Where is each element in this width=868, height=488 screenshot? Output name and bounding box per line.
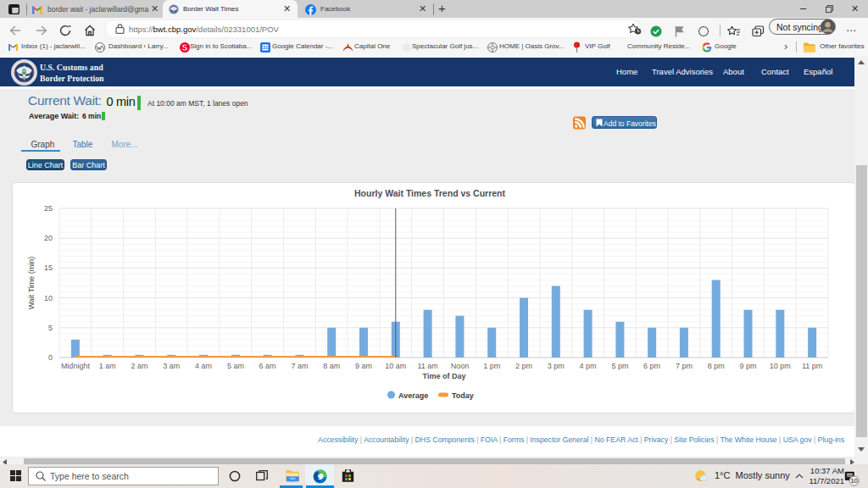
svg-text:10 am: 10 am bbox=[385, 362, 406, 370]
svg-text:Noon: Noon bbox=[451, 362, 470, 370]
svg-text:Time of Day: Time of Day bbox=[423, 372, 466, 380]
svg-text:11 pm: 11 pm bbox=[802, 362, 822, 370]
svg-text:9 am: 9 am bbox=[355, 362, 372, 370]
svg-text:Average: Average bbox=[398, 391, 428, 400]
svg-text:10: 10 bbox=[850, 477, 858, 485]
svg-text:3 am: 3 am bbox=[163, 362, 180, 370]
svg-text:5: 5 bbox=[48, 324, 53, 332]
svg-text:Hourly Wait Times Trend vs Cur: Hourly Wait Times Trend vs Current bbox=[354, 188, 505, 198]
svg-text:5 am: 5 am bbox=[227, 362, 244, 370]
svg-text:8 am: 8 am bbox=[323, 362, 340, 370]
svg-text:6 pm: 6 pm bbox=[643, 362, 660, 370]
svg-text:2 am: 2 am bbox=[131, 362, 147, 370]
svg-text:4 am: 4 am bbox=[195, 362, 212, 370]
svg-text:3 pm: 3 pm bbox=[548, 362, 565, 370]
svg-text:10: 10 bbox=[44, 294, 53, 302]
svg-text:5 pm: 5 pm bbox=[611, 362, 628, 370]
svg-text:1 pm: 1 pm bbox=[483, 362, 500, 370]
svg-text:0: 0 bbox=[48, 353, 53, 362]
svg-text:Wait Time (min): Wait Time (min) bbox=[27, 257, 36, 310]
svg-text:9 pm: 9 pm bbox=[739, 362, 756, 370]
svg-text:Today: Today bbox=[452, 391, 474, 400]
svg-text:11 am: 11 am bbox=[417, 362, 437, 370]
svg-text:2 pm: 2 pm bbox=[515, 362, 532, 370]
svg-text:4 pm: 4 pm bbox=[580, 362, 597, 370]
svg-text:15: 15 bbox=[44, 263, 53, 272]
svg-text:6 am: 6 am bbox=[259, 362, 276, 370]
svg-text:31: 31 bbox=[263, 45, 269, 50]
svg-text:7 pm: 7 pm bbox=[676, 362, 693, 370]
svg-text:20: 20 bbox=[44, 234, 53, 242]
svg-text:10 pm: 10 pm bbox=[770, 362, 791, 370]
svg-text:Midnight: Midnight bbox=[61, 362, 91, 370]
svg-text:1 am: 1 am bbox=[99, 362, 116, 370]
svg-text:8 pm: 8 pm bbox=[708, 362, 725, 370]
svg-text:7 am: 7 am bbox=[291, 362, 308, 370]
svg-text:25: 25 bbox=[44, 204, 53, 213]
